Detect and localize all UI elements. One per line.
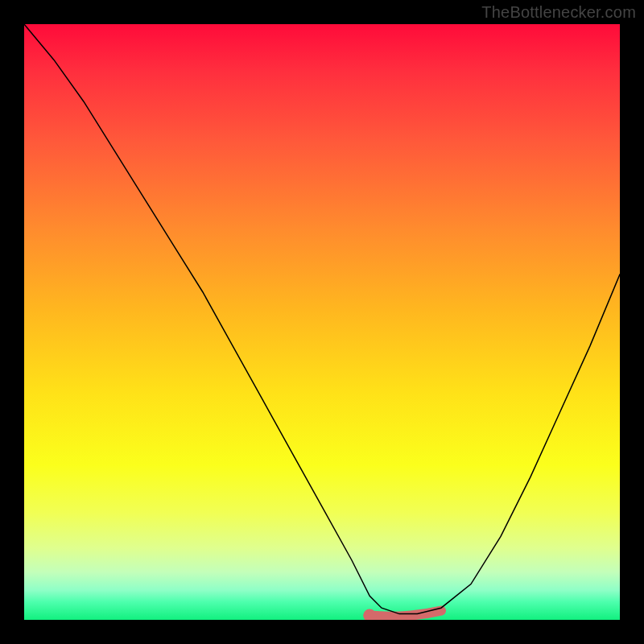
highlight-start-dot — [363, 609, 376, 620]
bottleneck-curve — [24, 24, 620, 614]
chart-svg — [24, 24, 620, 620]
chart-frame: TheBottlenecker.com — [0, 0, 644, 644]
attribution-text: TheBottlenecker.com — [481, 3, 636, 22]
plot-area — [24, 24, 620, 620]
